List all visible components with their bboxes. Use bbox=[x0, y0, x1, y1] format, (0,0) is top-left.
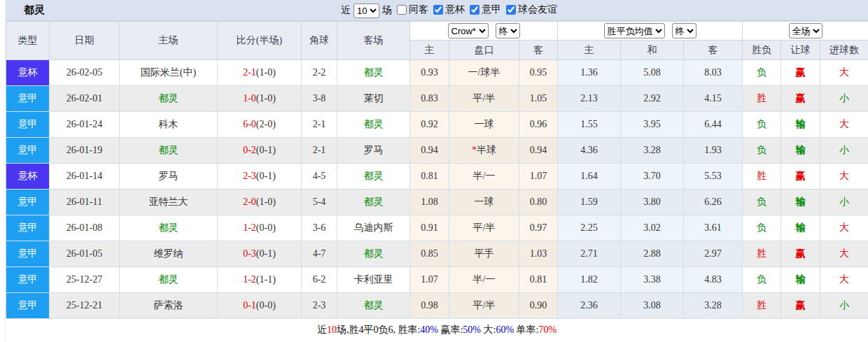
cell-competition-badge: 意甲 bbox=[6, 190, 50, 215]
recent-label-suffix: 场 bbox=[382, 4, 392, 17]
cell-corners: 2-1 bbox=[302, 112, 337, 138]
cell-handicap: 半/一 bbox=[449, 164, 519, 190]
filter-checkbox[interactable] bbox=[433, 5, 443, 15]
filter-意甲[interactable]: 意甲 bbox=[465, 3, 501, 16]
cell-competition-badge: 意杯 bbox=[6, 164, 50, 190]
cell-win-lose: 负 bbox=[743, 215, 781, 241]
filter-checkbox[interactable] bbox=[397, 5, 407, 15]
footer-segment: 10 bbox=[327, 325, 337, 335]
cell-handicap-result: 输 bbox=[781, 112, 820, 138]
cell-competition-badge: 意甲 bbox=[6, 86, 50, 112]
odds-stage-select[interactable]: 终 bbox=[496, 23, 520, 38]
match-history-panel: 都灵 近 10 场 同客意杯意甲球会友谊 类型 日期 主场 比分(半场) 角球 … bbox=[6, 0, 868, 342]
cell-score: 6-0(2-0) bbox=[218, 112, 302, 138]
cell-odds-away: 0.97 bbox=[519, 215, 558, 241]
cell-handicap-result: 赢 bbox=[781, 293, 820, 319]
cell-corners: 4-5 bbox=[302, 164, 337, 190]
cell-away-team[interactable]: 都灵 bbox=[337, 112, 410, 138]
match-table: 类型 日期 主场 比分(半场) 角球 客场 Crow* 终 胜平负均值 终 bbox=[6, 21, 868, 319]
cell-odds-home: 0.91 bbox=[410, 215, 449, 241]
halftime-score: (0-0) bbox=[256, 300, 276, 311]
cell-handicap-result: 输 bbox=[781, 215, 820, 241]
cell-avg-draw: 3.28 bbox=[621, 138, 684, 164]
cell-handicap-result: 输 bbox=[781, 138, 820, 164]
cell-away-team[interactable]: 都灵 bbox=[337, 241, 410, 267]
halftime-score: (0-1) bbox=[256, 171, 276, 181]
cell-win-lose: 负 bbox=[743, 267, 781, 293]
filter-球会友谊[interactable]: 球会友谊 bbox=[501, 3, 557, 16]
recent-count-select[interactable]: 10 bbox=[354, 3, 379, 18]
col-header-date: 日期 bbox=[50, 22, 120, 60]
cell-avg-home: 2.36 bbox=[558, 293, 621, 319]
handicap-text: 平/半 bbox=[473, 300, 496, 311]
cell-competition-badge: 意甲 bbox=[6, 215, 50, 241]
cell-home-team[interactable]: 维罗纳 bbox=[120, 241, 218, 267]
fulltime-score: 0-2 bbox=[243, 145, 256, 155]
cell-home-team[interactable]: 亚特兰大 bbox=[120, 190, 218, 215]
table-row: 意杯 26-02-05 国际米兰(中) 2-1(1-0) 2-2 都灵 0.93… bbox=[6, 60, 868, 86]
cell-corners: 2-1 bbox=[302, 138, 337, 164]
footer-segment: 60% bbox=[496, 325, 514, 335]
cell-handicap: 半/一 bbox=[449, 267, 519, 293]
scope-select[interactable]: 全场 bbox=[789, 23, 822, 38]
cell-away-team[interactable]: 都灵 bbox=[337, 293, 410, 319]
cell-home-team[interactable]: 都灵 bbox=[120, 138, 218, 164]
cell-away-team[interactable]: 罗马 bbox=[337, 138, 410, 164]
footer-summary: 近10场,胜4平0负6, 胜率:40% 赢率:50% 大:60% 单率:70% bbox=[6, 319, 868, 342]
cell-competition-badge: 意杯 bbox=[6, 60, 50, 86]
cell-date: 26-02-01 bbox=[50, 86, 120, 112]
cell-date: 26-01-24 bbox=[50, 112, 120, 138]
cell-avg-away: 8.03 bbox=[684, 60, 743, 86]
table-row: 意甲 25-12-21 萨索洛 0-1(0-0) 2-3 都灵 0.98 平/半… bbox=[6, 293, 868, 319]
avg-type-select[interactable]: 胜平负均值 bbox=[604, 23, 665, 38]
halftime-score: (1-0) bbox=[256, 197, 276, 207]
cell-away-team[interactable]: 卡利亚里 bbox=[337, 267, 410, 293]
avg-stage-select[interactable]: 终 bbox=[672, 23, 696, 38]
cell-away-team[interactable]: 莱切 bbox=[337, 86, 410, 112]
fulltime-score: 2-0 bbox=[243, 197, 256, 207]
cell-odds-away: 0.94 bbox=[519, 138, 558, 164]
cell-home-team[interactable]: 科木 bbox=[120, 112, 218, 138]
cell-home-team[interactable]: 萨索洛 bbox=[120, 293, 218, 319]
cell-odds-home: 1.07 bbox=[410, 267, 449, 293]
cell-handicap: 平/半 bbox=[449, 293, 519, 319]
cell-odds-home: 0.92 bbox=[410, 112, 449, 138]
cell-win-lose: 胜 bbox=[743, 86, 781, 112]
odds-group-header: Crow* 终 bbox=[410, 22, 558, 41]
cell-home-team[interactable]: 罗马 bbox=[120, 164, 218, 190]
cell-handicap: 一球 bbox=[449, 190, 519, 215]
cell-goals-overunder: 大 bbox=[820, 164, 868, 190]
cell-odds-away: 1.07 bbox=[519, 164, 558, 190]
cell-odds-away: 0.80 bbox=[519, 190, 558, 215]
cell-goals-overunder: 大 bbox=[820, 267, 868, 293]
cell-goals-overunder: 大 bbox=[820, 215, 868, 241]
cell-avg-draw: 3.38 bbox=[621, 267, 684, 293]
cell-score: 1-2(1-1) bbox=[218, 267, 302, 293]
fulltime-score: 1-2 bbox=[243, 274, 256, 285]
fulltime-score: 2-3 bbox=[243, 171, 256, 181]
cell-away-team[interactable]: 都灵 bbox=[337, 60, 410, 86]
cell-odds-home: 0.85 bbox=[410, 241, 449, 267]
cell-away-team[interactable]: 都灵 bbox=[337, 164, 410, 190]
fulltime-score: 1-0 bbox=[243, 93, 256, 104]
cell-corners: 3-8 bbox=[302, 86, 337, 112]
cell-corners: 2-2 bbox=[302, 60, 337, 86]
cell-avg-home: 2.13 bbox=[558, 86, 621, 112]
cell-away-team[interactable]: 都灵 bbox=[337, 190, 410, 215]
cell-home-team[interactable]: 国际米兰(中) bbox=[120, 60, 218, 86]
filter-同客[interactable]: 同客 bbox=[392, 3, 428, 16]
cell-home-team[interactable]: 都灵 bbox=[120, 267, 218, 293]
cell-corners: 2-3 bbox=[302, 293, 337, 319]
cell-odds-away: 0.81 bbox=[519, 267, 558, 293]
filter-checkbox[interactable] bbox=[506, 5, 516, 15]
cell-handicap: 平/半 bbox=[449, 86, 519, 112]
cell-win-lose: 负 bbox=[743, 112, 781, 138]
filter-checkbox[interactable] bbox=[470, 5, 479, 15]
filter-意杯[interactable]: 意杯 bbox=[428, 3, 465, 16]
odds-company-select[interactable]: Crow* bbox=[448, 23, 489, 38]
cell-odds-away: 1.03 bbox=[519, 241, 558, 267]
cell-home-team[interactable]: 都灵 bbox=[120, 215, 218, 241]
cell-away-team[interactable]: 乌迪内斯 bbox=[337, 215, 410, 241]
fulltime-score: 0-3 bbox=[243, 248, 256, 259]
cell-home-team[interactable]: 都灵 bbox=[120, 86, 218, 112]
